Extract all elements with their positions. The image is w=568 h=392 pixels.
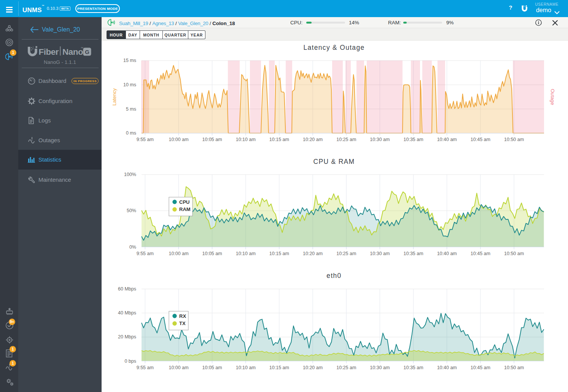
svg-text:10:00 am: 10:00 am: [169, 251, 188, 256]
svg-text:0 ms: 0 ms: [126, 130, 136, 136]
svg-text:TX: TX: [179, 321, 186, 326]
svg-text:10:50 am: 10:50 am: [504, 365, 524, 370]
svg-text:Fiber: Fiber: [38, 47, 59, 57]
svg-text:Nano: Nano: [62, 47, 83, 57]
svg-text:CPU & RAM: CPU & RAM: [313, 158, 355, 165]
svg-text:9:55 am: 9:55 am: [137, 365, 154, 370]
svg-text:100%: 100%: [124, 172, 136, 177]
svg-text:10:25 am: 10:25 am: [336, 365, 356, 370]
svg-text:G: G: [85, 49, 89, 55]
svg-text:9:55 am: 9:55 am: [137, 251, 154, 256]
svg-text:10:35 am: 10:35 am: [404, 251, 423, 256]
svg-text:10:20 am: 10:20 am: [303, 251, 323, 256]
svg-text:10:50 am: 10:50 am: [504, 251, 524, 256]
svg-text:10:45 am: 10:45 am: [471, 251, 490, 256]
svg-text:10:05 am: 10:05 am: [202, 137, 222, 142]
svg-text:10:30 am: 10:30 am: [370, 251, 390, 256]
svg-text:9:55 am: 9:55 am: [137, 137, 154, 142]
svg-text:10:10 am: 10:10 am: [236, 251, 256, 256]
svg-text:40 Mbps: 40 Mbps: [118, 310, 136, 316]
svg-text:RAM: RAM: [179, 206, 191, 212]
svg-text:10:10 am: 10:10 am: [236, 365, 256, 370]
svg-text:Outage: Outage: [550, 89, 555, 105]
svg-text:10:40 am: 10:40 am: [437, 137, 457, 142]
svg-text:10 ms: 10 ms: [123, 82, 136, 87]
svg-text:50%: 50%: [127, 208, 136, 213]
svg-text:eth0: eth0: [326, 272, 341, 279]
svg-text:10:45 am: 10:45 am: [471, 365, 490, 370]
svg-text:10:30 am: 10:30 am: [370, 137, 390, 142]
svg-text:10:15 am: 10:15 am: [269, 365, 289, 370]
svg-text:CPU: CPU: [179, 199, 189, 205]
svg-text:0%: 0%: [129, 244, 136, 250]
svg-text:10:35 am: 10:35 am: [404, 365, 423, 370]
svg-text:RX: RX: [179, 313, 186, 319]
svg-text:10:35 am: 10:35 am: [404, 137, 423, 142]
svg-text:10:10 am: 10:10 am: [236, 137, 256, 142]
svg-text:10:30 am: 10:30 am: [370, 365, 390, 370]
svg-text:10:20 am: 10:20 am: [303, 137, 323, 142]
svg-text:10:45 am: 10:45 am: [471, 137, 490, 142]
svg-text:10:00 am: 10:00 am: [169, 137, 188, 142]
svg-text:10:40 am: 10:40 am: [437, 365, 457, 370]
svg-text:™: ™: [81, 47, 83, 49]
svg-text:10:15 am: 10:15 am: [269, 137, 289, 142]
svg-text:10:20 am: 10:20 am: [303, 365, 323, 370]
svg-text:0 bps: 0 bps: [124, 359, 136, 364]
svg-text:10:25 am: 10:25 am: [336, 137, 356, 142]
svg-text:Latency: Latency: [111, 88, 117, 106]
svg-text:60 Mbps: 60 Mbps: [118, 286, 136, 292]
svg-text:15 ms: 15 ms: [123, 58, 136, 63]
svg-text:10:05 am: 10:05 am: [202, 251, 222, 256]
svg-text:10:15 am: 10:15 am: [269, 251, 289, 256]
svg-text:Latency & Outage: Latency & Outage: [304, 44, 365, 51]
svg-text:20 Mbps: 20 Mbps: [118, 334, 136, 340]
svg-text:10:05 am: 10:05 am: [202, 365, 222, 370]
svg-text:10:00 am: 10:00 am: [169, 365, 188, 370]
svg-text:10:25 am: 10:25 am: [336, 251, 356, 256]
svg-text:5 ms: 5 ms: [126, 106, 136, 112]
svg-text:10:50 am: 10:50 am: [504, 137, 524, 142]
svg-text:10:40 am: 10:40 am: [437, 251, 457, 256]
